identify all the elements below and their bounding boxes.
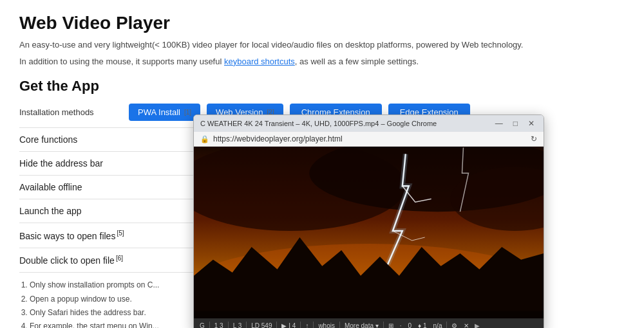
toolbar-arrow: ▶ (475, 322, 480, 329)
browser-video-content (194, 147, 544, 328)
toolbar-upload: ↑ (303, 322, 310, 329)
toolbar-na: n/a (431, 322, 444, 329)
toolbar-sep-7 (339, 322, 340, 328)
note-2: Open a popup window to use. (30, 293, 193, 305)
reload-icon[interactable]: ↻ (531, 134, 537, 143)
toolbar-gear[interactable]: ⚙ (450, 322, 459, 329)
subtitle2-text: In addition to using the mouse, it suppo… (19, 55, 625, 68)
keyboard-shortcuts-link[interactable]: keyboard shortcuts (224, 57, 295, 66)
right-content: C WEATHER 4K 24 Transient – 4K, UHD, 100… (193, 121, 625, 328)
toolbar-dot: · (398, 322, 404, 329)
pwa-label: PWA Install (138, 107, 180, 117)
nav-label-launch: Launch the app (19, 206, 82, 216)
toolbar-close[interactable]: ✕ (462, 322, 471, 329)
storm-visualization (194, 147, 544, 328)
maximize-button[interactable]: □ (511, 119, 520, 128)
address-text[interactable]: https://webvideoplayer.org/player.html (213, 134, 527, 143)
browser-window: C WEATHER 4K 24 Transient – 4K, UHD, 100… (193, 114, 544, 328)
nav-label-hide: Hide the address bar (19, 158, 103, 169)
toolbar-diamond: ♦ 1 (416, 322, 428, 329)
nav-item-available-offline[interactable]: Available offline (19, 176, 193, 199)
left-nav: Core functions Hide the address bar Avai… (19, 121, 193, 328)
pwa-badge: [1] (184, 109, 191, 116)
notes-section: Only show installation prompts on C... O… (19, 273, 193, 328)
toolbar-play: ▶ I 4 (279, 322, 298, 329)
pwa-install-button[interactable]: PWA Install[1] (129, 104, 200, 121)
nav-item-launch-app[interactable]: Launch the app (19, 199, 193, 223)
content-layout: Core functions Hide the address bar Avai… (19, 121, 625, 328)
page-container: Web Video Player An easy-to-use and very… (0, 0, 644, 328)
toolbar-count1: 1 3 (213, 322, 225, 329)
toolbar-sep-5 (300, 322, 301, 328)
subtitle-text: An easy-to-use and very lightweight(< 10… (19, 39, 625, 51)
browser-title: C WEATHER 4K 24 Transient – 4K, UHD, 100… (200, 120, 486, 127)
note-3: Only Safari hides the address bar. (30, 307, 193, 319)
nav-item-basic-ways[interactable]: Basic ways to open files[5] (19, 223, 193, 248)
subtitle2-before: In addition to using the mouse, it suppo… (19, 57, 224, 66)
toolbar-sep-4 (276, 322, 277, 328)
toolbar-zero: 0 (406, 322, 414, 329)
toolbar-sep-9 (446, 322, 447, 328)
browser-addressbar: 🔒 https://webvideoplayer.org/player.html… (194, 132, 544, 147)
toolbar-g: G (198, 322, 207, 329)
close-button[interactable]: ✕ (526, 119, 537, 128)
browser-titlebar: C WEATHER 4K 24 Transient – 4K, UHD, 100… (194, 115, 544, 132)
nav-label-double: Double click to open file[6] (19, 255, 123, 266)
lock-icon: 🔒 (200, 135, 209, 143)
nav-item-hide-address[interactable]: Hide the address bar (19, 152, 193, 176)
nav-label-offline: Available offline (19, 182, 82, 192)
nav-label-core: Core functions (19, 134, 77, 145)
toolbar-grid: ⊞ (386, 322, 395, 329)
toolbar-whois: whois (316, 322, 337, 329)
browser-status-toolbar: G 1 3 L 3 LD 549 ▶ I 4 ↑ whois More data… (194, 318, 544, 328)
toolbar-ld: LD 549 (249, 322, 274, 329)
toolbar-sep-3 (246, 322, 247, 328)
page-title: Web Video Player (19, 13, 625, 33)
toolbar-more-data[interactable]: More data ▾ (343, 322, 381, 329)
toolbar-sep-2 (228, 322, 229, 328)
nav-item-core-functions[interactable]: Core functions (19, 127, 193, 152)
toolbar-l3: L 3 (231, 322, 244, 329)
subtitle2-after: , as well as a few simple settings. (295, 57, 419, 66)
nav-item-double-click[interactable]: Double click to open file[6] (19, 248, 193, 273)
toolbar-sep-6 (313, 322, 314, 328)
note-1: Only show installation prompts on C... (30, 279, 193, 291)
minimize-button[interactable]: — (493, 119, 506, 128)
note-4: For example, the start menu on Win... (30, 320, 193, 328)
browser-controls: — □ ✕ (493, 119, 537, 128)
get-app-title: Get the App (19, 78, 625, 95)
toolbar-sep-1 (209, 322, 210, 328)
nav-label-basic: Basic ways to open files[5] (19, 231, 124, 241)
installation-label: Installation methods (19, 107, 129, 117)
toolbar-sep-8 (383, 322, 384, 328)
